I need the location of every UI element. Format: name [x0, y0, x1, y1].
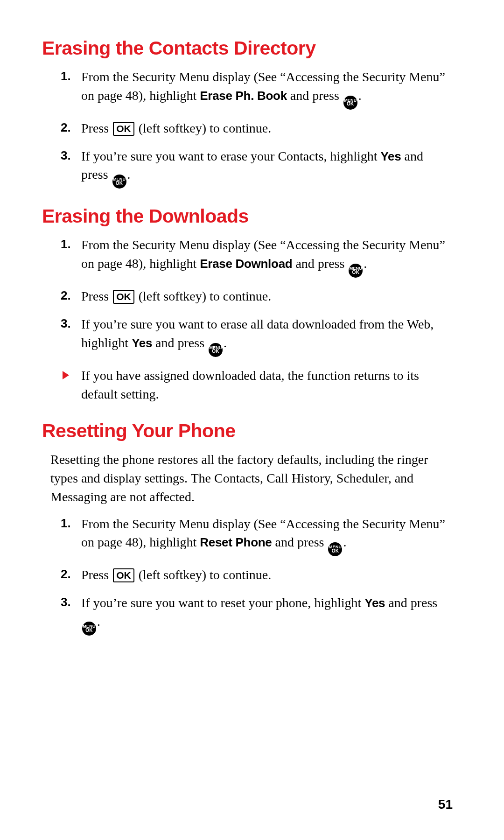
step-number: 1. [61, 68, 71, 85]
menu-ok-icon: MENUOK [343, 96, 357, 110]
step-item: 1.From the Security Menu display (See “A… [61, 515, 453, 557]
step-number: 1. [61, 515, 71, 532]
section-intro: Resetting the phone restores all the fac… [50, 450, 453, 506]
menu-ok-icon: MENUOK [328, 542, 342, 556]
step-number: 3. [61, 147, 71, 164]
bold-label: Yes [132, 336, 152, 350]
step-item: 1.From the Security Menu display (See “A… [61, 68, 453, 110]
page-number: 51 [438, 797, 453, 812]
step-item: 3.If you’re sure you want to erase all d… [61, 315, 453, 357]
bold-label: Yes [381, 149, 401, 163]
ok-key-icon: OK [113, 122, 134, 136]
step-item: 2.Press OK (left softkey) to continue. [61, 566, 453, 584]
ok-key-icon: OK [113, 290, 134, 304]
step-number: 2. [61, 566, 71, 583]
step-list: 1.From the Security Menu display (See “A… [61, 68, 453, 189]
step-list: 1.From the Security Menu display (See “A… [61, 515, 453, 636]
document-page: Erasing the Contacts Directory1.From the… [0, 0, 504, 840]
note-list: If you have assigned downloaded data, th… [61, 366, 453, 404]
bold-label: Yes [364, 596, 385, 610]
menu-ok-icon: MENUOK [209, 343, 223, 357]
step-number: 2. [61, 287, 71, 304]
step-item: 1.From the Security Menu display (See “A… [61, 236, 453, 278]
bold-label: Erase Ph. Book [200, 89, 287, 103]
step-item: 3.If you’re sure you want to reset your … [61, 594, 453, 636]
step-item: 2.Press OK (left softkey) to continue. [61, 287, 453, 306]
note-item: If you have assigned downloaded data, th… [61, 366, 453, 404]
step-item: 2.Press OK (left softkey) to continue. [61, 119, 453, 138]
bold-label: Erase Download [200, 257, 292, 271]
menu-ok-icon: MENUOK [82, 622, 96, 636]
section-heading: Erasing the Downloads [42, 205, 453, 227]
section-heading: Resetting Your Phone [42, 420, 453, 442]
step-number: 1. [61, 236, 71, 253]
bold-label: Reset Phone [200, 535, 272, 549]
menu-ok-icon: MENUOK [112, 175, 126, 189]
step-list: 1.From the Security Menu display (See “A… [61, 236, 453, 357]
ok-key-icon: OK [113, 568, 134, 582]
step-number: 3. [61, 315, 71, 332]
step-number: 3. [61, 594, 71, 611]
step-number: 2. [61, 119, 71, 136]
step-item: 3.If you’re sure you want to erase your … [61, 147, 453, 189]
section-heading: Erasing the Contacts Directory [42, 37, 453, 59]
menu-ok-icon: MENUOK [349, 264, 363, 278]
